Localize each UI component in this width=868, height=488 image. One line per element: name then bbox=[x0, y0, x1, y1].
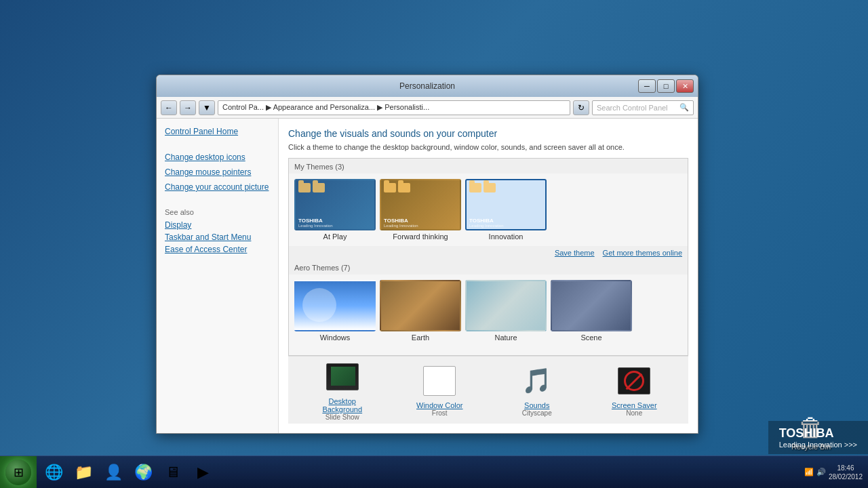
window-controls: ─ □ ✕ bbox=[638, 79, 694, 93]
theme-forward-thinking[interactable]: TOSHIBA Leading Innovation Forward think… bbox=[380, 179, 461, 241]
desktop-background-option[interactable]: Desktop Background Slide Show bbox=[309, 359, 376, 421]
theme-actions: Save theme Get more themes online bbox=[289, 246, 688, 260]
taskbar-tray: 📶 🔊 18:46 28/02/2012 bbox=[799, 464, 868, 481]
sidebar: Control Panel Home Change desktop icons … bbox=[157, 119, 279, 433]
aero-themes-header: Aero Themes (7) bbox=[289, 260, 688, 274]
sounds-option[interactable]: 🎵 Sounds Cityscape bbox=[503, 363, 571, 417]
taskbar-icon-ie[interactable]: 🌐 bbox=[39, 458, 68, 487]
theme-at-play-preview[interactable]: TOSHIBA Leading Innovation bbox=[294, 179, 376, 230]
theme-earth[interactable]: Earth bbox=[380, 280, 461, 342]
recent-pages-button[interactable]: ▼ bbox=[199, 100, 215, 115]
theme-windows[interactable]: Windows bbox=[294, 280, 376, 342]
theme-at-play-label: At Play bbox=[323, 232, 347, 241]
sounds-label[interactable]: Sounds bbox=[524, 401, 549, 409]
desktop-background-sublabel: Slide Show bbox=[326, 413, 359, 421]
aero-themes-grid: Windows Earth Nature Scene bbox=[289, 274, 688, 347]
sounds-icon: 🎵 bbox=[521, 367, 552, 395]
window-color-option[interactable]: Window Color Frost bbox=[406, 363, 473, 417]
theme-scene[interactable]: Scene bbox=[551, 280, 632, 342]
search-box[interactable]: Search Control Panel 🔍 bbox=[592, 100, 694, 115]
theme-scene-preview[interactable] bbox=[551, 280, 632, 331]
screen-saver-icon bbox=[618, 367, 650, 394]
screen-saver-option[interactable]: Screen Saver None bbox=[600, 363, 668, 417]
maximize-button[interactable]: □ bbox=[657, 79, 675, 93]
search-icon[interactable]: 🔍 bbox=[679, 103, 689, 112]
taskbar: ⊞ 🌐 📁 👤 🌍 🖥 ▶ 📶 🔊 18:46 28/02/2012 bbox=[0, 455, 868, 488]
my-themes-grid: TOSHIBA Leading Innovation At Play bbox=[289, 174, 688, 246]
taskbar-icon-facebook[interactable]: 👤 bbox=[99, 458, 127, 487]
sidebar-ease-of-access[interactable]: Ease of Access Center bbox=[165, 245, 270, 254]
sidebar-change-mouse-pointers[interactable]: Change mouse pointers bbox=[165, 167, 270, 177]
toshiba-branding: TOSHIBA Leading Innovation >>> bbox=[768, 421, 868, 454]
theme-forward-thinking-label: Forward thinking bbox=[393, 232, 448, 241]
sidebar-control-panel-home[interactable]: Control Panel Home bbox=[165, 127, 270, 136]
minimize-button[interactable]: ─ bbox=[638, 79, 656, 93]
toshiba-brand: TOSHIBA bbox=[779, 426, 857, 441]
theme-earth-label: Earth bbox=[412, 333, 429, 342]
forward-button[interactable]: → bbox=[180, 100, 196, 115]
toshiba-tagline: Leading Innovation >>> bbox=[779, 441, 857, 449]
tray-clock[interactable]: 18:46 28/02/2012 bbox=[829, 464, 863, 481]
theme-earth-preview[interactable] bbox=[380, 280, 461, 331]
get-more-themes-link[interactable]: Get more themes online bbox=[603, 249, 682, 257]
tray-network-icon: 📶 bbox=[804, 468, 814, 476]
search-placeholder: Search Control Panel bbox=[597, 104, 668, 112]
screen-saver-icon-container bbox=[616, 363, 652, 399]
see-also-label: See also bbox=[165, 208, 270, 216]
desktop-background-label[interactable]: Desktop Background bbox=[309, 397, 376, 413]
taskbar-icon-chrome[interactable]: 🌍 bbox=[129, 458, 157, 487]
themes-container[interactable]: My Themes (3) TOSHIBA Leading Innovation bbox=[288, 158, 688, 356]
sidebar-change-desktop-icons[interactable]: Change desktop icons bbox=[165, 152, 270, 162]
see-also-section: See also Display Taskbar and Start Menu … bbox=[165, 208, 270, 254]
taskbar-icon-media[interactable]: ▶ bbox=[189, 458, 217, 487]
theme-innovation-label: Innovation bbox=[489, 232, 524, 241]
desktop-background-icon bbox=[325, 359, 360, 394]
my-themes-header: My Themes (3) bbox=[289, 159, 688, 174]
tray-time: 18:46 bbox=[829, 464, 863, 472]
tray-volume-icon: 🔊 bbox=[816, 468, 826, 476]
window-body: Control Panel Home Change desktop icons … bbox=[157, 119, 698, 433]
theme-nature[interactable]: Nature bbox=[465, 280, 547, 342]
taskbar-apps: 🌐 📁 👤 🌍 🖥 ▶ bbox=[37, 458, 799, 487]
sidebar-taskbar[interactable]: Taskbar and Start Menu bbox=[165, 232, 270, 242]
save-theme-link[interactable]: Save theme bbox=[555, 249, 595, 257]
theme-innovation[interactable]: TOSHIBA Leading Innovation Innovation bbox=[465, 179, 547, 241]
screen-saver-sublabel: None bbox=[626, 409, 642, 417]
address-path[interactable]: Control Pa... ▶ Appearance and Personali… bbox=[218, 100, 570, 115]
address-bar: ← → ▼ Control Pa... ▶ Appearance and Per… bbox=[157, 97, 698, 119]
taskbar-icon-folder[interactable]: 📁 bbox=[69, 458, 98, 487]
close-button[interactable]: ✕ bbox=[676, 79, 694, 93]
window-title: Personalization bbox=[162, 81, 692, 91]
window-color-label[interactable]: Window Color bbox=[416, 401, 462, 409]
theme-forward-thinking-preview[interactable]: TOSHIBA Leading Innovation bbox=[380, 179, 461, 230]
window-color-sublabel: Frost bbox=[432, 409, 448, 417]
start-orb[interactable]: ⊞ bbox=[5, 460, 31, 485]
theme-innovation-preview[interactable]: TOSHIBA Leading Innovation bbox=[465, 179, 547, 230]
bottom-options: Desktop Background Slide Show Window Col… bbox=[288, 356, 688, 424]
back-button[interactable]: ← bbox=[161, 100, 177, 115]
window-color-icon bbox=[422, 363, 457, 399]
desktop: Personalization ─ □ ✕ ← → ▼ Control Pa..… bbox=[0, 0, 868, 488]
page-desc: Click a theme to change the desktop back… bbox=[288, 143, 688, 151]
personalization-window: Personalization ─ □ ✕ ← → ▼ Control Pa..… bbox=[156, 75, 698, 434]
sidebar-change-account-picture[interactable]: Change your account picture bbox=[165, 182, 270, 192]
theme-scene-label: Scene bbox=[580, 333, 601, 342]
theme-windows-label: Windows bbox=[320, 333, 351, 342]
refresh-button[interactable]: ↻ bbox=[573, 100, 589, 115]
sounds-sublabel: Cityscape bbox=[522, 409, 552, 417]
theme-at-play[interactable]: TOSHIBA Leading Innovation At Play bbox=[294, 179, 376, 241]
screen-saver-label[interactable]: Screen Saver bbox=[612, 401, 657, 409]
theme-windows-preview[interactable] bbox=[294, 280, 376, 331]
theme-nature-label: Nature bbox=[494, 333, 517, 342]
sounds-icon-container: 🎵 bbox=[519, 363, 555, 399]
titlebar: Personalization ─ □ ✕ bbox=[157, 75, 698, 97]
tray-date: 28/02/2012 bbox=[829, 472, 863, 481]
sidebar-display[interactable]: Display bbox=[165, 220, 270, 230]
page-title: Change the visuals and sounds on your co… bbox=[288, 128, 688, 139]
taskbar-icon-tools[interactable]: 🖥 bbox=[159, 458, 187, 487]
main-panel: Change the visuals and sounds on your co… bbox=[279, 119, 698, 433]
start-button[interactable]: ⊞ bbox=[0, 456, 37, 489]
theme-nature-preview[interactable] bbox=[465, 280, 547, 331]
